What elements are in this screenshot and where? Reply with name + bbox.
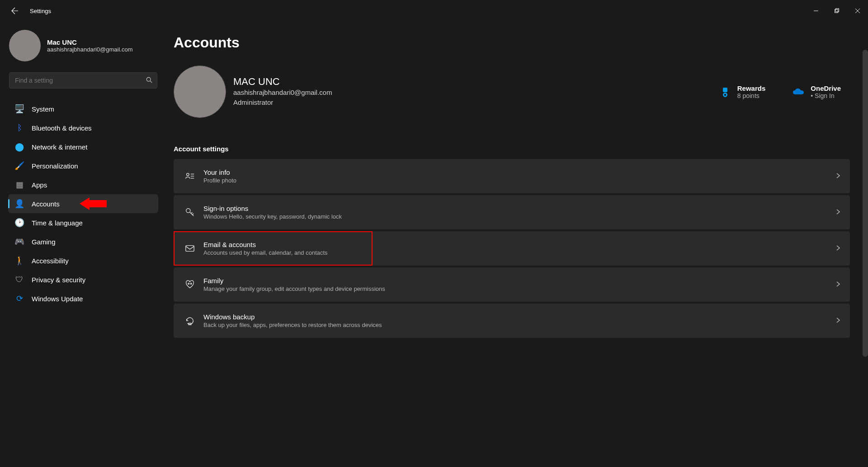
close-icon bbox=[855, 8, 860, 14]
svg-point-14 bbox=[186, 209, 190, 213]
svg-rect-15 bbox=[186, 246, 194, 252]
setting-row-family[interactable]: FamilyManage your family group, edit acc… bbox=[174, 267, 850, 302]
user-name: Mac UNC bbox=[47, 38, 133, 46]
highlight-arrow bbox=[80, 198, 107, 209]
family-icon bbox=[183, 280, 197, 290]
setting-row-email[interactable]: Email & accountsAccounts used by email, … bbox=[174, 231, 850, 266]
rewards-icon bbox=[719, 86, 731, 98]
sidebar-item-label: Accounts bbox=[32, 200, 60, 208]
email-icon bbox=[183, 243, 197, 253]
svg-rect-2 bbox=[836, 9, 839, 12]
chevron-right-icon bbox=[835, 280, 841, 289]
sidebar-item-bluetooth[interactable]: ᛒBluetooth & devices bbox=[8, 118, 158, 137]
sidebar-item-label: System bbox=[32, 105, 54, 113]
nav-list: 🖥️SystemᛒBluetooth & devices⬤Network & i… bbox=[8, 99, 158, 308]
sidebar-item-system[interactable]: 🖥️System bbox=[8, 99, 158, 118]
svg-line-6 bbox=[150, 81, 152, 83]
privacy-icon: 🛡 bbox=[14, 275, 24, 285]
svg-rect-7 bbox=[723, 88, 727, 92]
close-button[interactable] bbox=[847, 4, 868, 18]
scrollbar[interactable] bbox=[863, 50, 868, 357]
chevron-right-icon bbox=[835, 172, 841, 180]
app-title: Settings bbox=[30, 8, 51, 14]
signin-icon bbox=[183, 207, 197, 217]
rewards-sub: 8 points bbox=[737, 92, 766, 99]
search-box[interactable] bbox=[9, 72, 157, 89]
svg-point-16 bbox=[188, 283, 189, 285]
personalization-icon: 🖌️ bbox=[14, 161, 24, 171]
user-block[interactable]: Mac UNC aashishrajbhandari0@gmail.com bbox=[8, 30, 158, 61]
search-input[interactable] bbox=[15, 77, 141, 84]
svg-rect-1 bbox=[835, 9, 838, 13]
sidebar-item-time[interactable]: 🕑Time & language bbox=[8, 213, 158, 232]
rewards-widget[interactable]: Rewards 8 points bbox=[719, 84, 766, 99]
onedrive-sub: • Sign In bbox=[811, 92, 841, 99]
search-icon[interactable] bbox=[146, 77, 152, 84]
maximize-button[interactable] bbox=[826, 4, 847, 18]
setting-row-signin[interactable]: Sign-in optionsWindows Hello, security k… bbox=[174, 195, 850, 229]
update-icon: ⟳ bbox=[14, 294, 24, 304]
sidebar-item-label: Network & internet bbox=[32, 143, 87, 151]
row-title: Email & accounts bbox=[203, 241, 328, 248]
svg-point-9 bbox=[724, 93, 726, 95]
svg-point-17 bbox=[190, 283, 192, 285]
sidebar-item-gaming[interactable]: 🎮Gaming bbox=[8, 232, 158, 251]
titlebar: Settings bbox=[0, 0, 868, 22]
sidebar-item-label: Time & language bbox=[32, 219, 83, 227]
svg-point-5 bbox=[146, 77, 151, 81]
row-title: Sign-in options bbox=[203, 205, 342, 212]
network-icon: ⬤ bbox=[14, 142, 24, 152]
row-desc: Windows Hello, security key, password, d… bbox=[203, 213, 342, 220]
sidebar-item-accounts[interactable]: 👤Accounts bbox=[8, 194, 158, 213]
avatar-large[interactable] bbox=[174, 65, 226, 118]
backup-icon bbox=[183, 316, 197, 326]
main-panel: Accounts MAC UNC aashishrajbhandari0@gma… bbox=[163, 22, 868, 467]
profile-name: MAC UNC bbox=[233, 76, 332, 88]
setting-row-backup[interactable]: Windows backupBack up your files, apps, … bbox=[174, 304, 850, 338]
sidebar-item-network[interactable]: ⬤Network & internet bbox=[8, 137, 158, 156]
row-desc: Back up your files, apps, preferences to… bbox=[203, 322, 382, 328]
sidebar-item-label: Personalization bbox=[32, 162, 78, 170]
sidebar-item-label: Accessibility bbox=[32, 257, 69, 265]
avatar bbox=[9, 30, 41, 61]
rewards-title: Rewards bbox=[737, 84, 766, 92]
apps-icon: ▦ bbox=[14, 180, 24, 190]
bluetooth-icon: ᛒ bbox=[14, 123, 24, 133]
sidebar-item-personalization[interactable]: 🖌️Personalization bbox=[8, 156, 158, 175]
sidebar-item-update[interactable]: ⟳Windows Update bbox=[8, 289, 158, 308]
page-title: Accounts bbox=[174, 34, 850, 51]
sidebar-item-label: Apps bbox=[32, 181, 47, 189]
row-title: Your info bbox=[203, 168, 236, 176]
row-desc: Manage your family group, edit account t… bbox=[203, 285, 385, 292]
row-title: Family bbox=[203, 277, 385, 285]
section-title: Account settings bbox=[174, 145, 850, 153]
chevron-right-icon bbox=[835, 244, 841, 252]
user-email: aashishrajbhandari0@gmail.com bbox=[47, 46, 133, 53]
profile-row: MAC UNC aashishrajbhandari0@gmail.com Ad… bbox=[174, 65, 850, 118]
onedrive-icon bbox=[793, 86, 804, 98]
sidebar-item-accessibility[interactable]: 🚶Accessibility bbox=[8, 251, 158, 270]
profile-role: Administrator bbox=[233, 98, 332, 108]
sidebar-item-label: Bluetooth & devices bbox=[32, 124, 92, 132]
system-icon: 🖥️ bbox=[14, 104, 24, 114]
yourinfo-icon bbox=[183, 171, 197, 181]
sidebar-item-privacy[interactable]: 🛡Privacy & security bbox=[8, 270, 158, 289]
back-arrow-icon bbox=[11, 7, 19, 14]
chevron-right-icon bbox=[835, 317, 841, 325]
setting-row-yourinfo[interactable]: Your infoProfile photo bbox=[174, 159, 850, 193]
back-button[interactable] bbox=[8, 4, 22, 18]
svg-point-10 bbox=[187, 173, 189, 176]
sidebar-item-label: Windows Update bbox=[32, 295, 83, 303]
accounts-icon: 👤 bbox=[14, 199, 24, 209]
chevron-right-icon bbox=[835, 208, 841, 216]
row-desc: Accounts used by email, calendar, and co… bbox=[203, 249, 328, 256]
minimize-button[interactable] bbox=[806, 4, 826, 18]
profile-email: aashishrajbhandari0@gmail.com bbox=[233, 88, 332, 98]
row-desc: Profile photo bbox=[203, 177, 236, 184]
row-title: Windows backup bbox=[203, 313, 382, 321]
onedrive-widget[interactable]: OneDrive • Sign In bbox=[793, 84, 841, 99]
time-icon: 🕑 bbox=[14, 218, 24, 228]
sidebar-item-label: Privacy & security bbox=[32, 276, 85, 284]
onedrive-title: OneDrive bbox=[811, 84, 841, 92]
sidebar-item-apps[interactable]: ▦Apps bbox=[8, 175, 158, 194]
